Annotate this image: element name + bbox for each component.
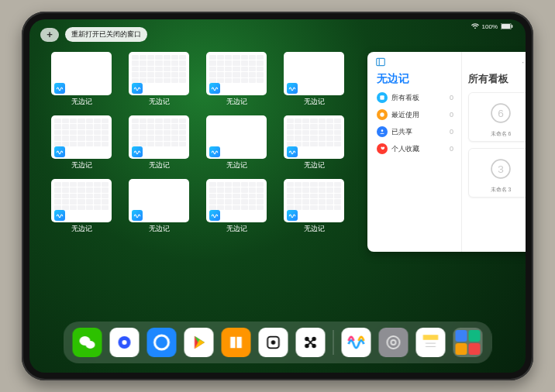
- freeform-app-icon: [209, 210, 220, 221]
- battery-icon: [501, 23, 513, 29]
- window-thumb-1[interactable]: 无边记: [129, 52, 189, 112]
- screen: 100% + 重新打开已关闭的窗口 无边记无边记无边记无边记无边记无边记无边记无…: [29, 19, 526, 373]
- dock: [64, 322, 492, 363]
- dock-qqbrowser-icon[interactable]: [147, 328, 177, 357]
- panel-item-icon: [377, 92, 388, 103]
- panel-more-icon[interactable]: ···: [522, 57, 526, 67]
- window-thumb-5[interactable]: 无边记: [129, 115, 189, 176]
- wifi-icon: [471, 22, 479, 30]
- freeform-app-icon: [132, 146, 143, 157]
- board-thumb-1[interactable]: 3未命名 3: [468, 148, 526, 198]
- svg-point-16: [155, 335, 169, 349]
- panel-item-icon: [377, 143, 388, 154]
- dock-connect-icon[interactable]: [296, 328, 326, 357]
- panel-item-3[interactable]: 个人收藏0: [377, 143, 453, 154]
- panel-item-name: 所有看板: [391, 93, 419, 103]
- panel-item-name: 个人收藏: [391, 144, 419, 154]
- thumb-label: 无边记: [304, 97, 325, 107]
- thumb-label: 无边记: [226, 160, 247, 170]
- window-thumb-11[interactable]: 无边记: [284, 179, 344, 239]
- panel-item-count: 0: [450, 94, 453, 101]
- thumb-label: 无边记: [149, 160, 170, 170]
- dock-recent-settings-icon[interactable]: [379, 328, 408, 357]
- panel-item-count: 0: [450, 111, 453, 119]
- panel-item-name: 已共享: [391, 127, 412, 137]
- window-thumb-6[interactable]: 无边记: [206, 115, 267, 176]
- board-caption: 未命名 3: [472, 186, 526, 194]
- panel-right-title: 所有看板: [468, 72, 526, 86]
- dock-recent-notes-icon[interactable]: [416, 328, 446, 357]
- svg-rect-1: [502, 24, 510, 29]
- panel-title: 无边记: [377, 72, 453, 86]
- dock-wechat-icon[interactable]: [73, 328, 102, 357]
- dock-app-library-icon[interactable]: [453, 328, 483, 357]
- thumb-label: 无边记: [304, 160, 325, 170]
- panel-right: 所有看板 6未命名 63未命名 3: [462, 52, 526, 252]
- freeform-app-icon: [209, 146, 220, 157]
- dock-quark-icon[interactable]: [110, 328, 140, 357]
- freeform-panel[interactable]: ··· 无边记 所有看板0最近使用0已共享0个人收藏0 所有看板 6未命名 63…: [367, 52, 526, 252]
- ipad-frame: 100% + 重新打开已关闭的窗口 无边记无边记无边记无边记无边记无边记无边记无…: [22, 12, 533, 380]
- panel-item-0[interactable]: 所有看板0: [377, 92, 453, 103]
- panel-item-icon: [377, 126, 388, 137]
- reopen-closed-button[interactable]: 重新打开已关闭的窗口: [65, 27, 147, 42]
- content-area: 无边记无边记无边记无边记无边记无边记无边记无边记无边记无边记无边记无边记 ···…: [51, 52, 504, 318]
- svg-point-7: [381, 129, 384, 132]
- thumb-label: 无边记: [304, 224, 325, 234]
- freeform-app-icon: [132, 210, 143, 221]
- freeform-app-icon: [54, 146, 65, 157]
- window-thumb-2[interactable]: 无边记: [206, 52, 267, 112]
- panel-left: 无边记 所有看板0最近使用0已共享0个人收藏0: [367, 52, 462, 252]
- freeform-app-icon: [287, 83, 298, 94]
- window-thumb-3[interactable]: 无边记: [284, 52, 344, 112]
- window-grid: 无边记无边记无边记无边记无边记无边记无边记无边记无边记无边记无边记无边记: [51, 52, 344, 318]
- svg-point-15: [122, 340, 127, 345]
- window-thumb-10[interactable]: 无边记: [206, 179, 267, 239]
- svg-rect-5: [380, 95, 384, 99]
- panel-item-name: 最近使用: [391, 110, 419, 120]
- freeform-app-icon: [209, 83, 220, 94]
- window-thumb-0[interactable]: 无边记: [51, 52, 112, 112]
- dock-play-icon[interactable]: [184, 328, 214, 357]
- freeform-app-icon: [54, 210, 65, 221]
- thumb-label: 无边记: [226, 224, 247, 234]
- svg-text:3: 3: [498, 163, 504, 175]
- battery-percent: 100%: [482, 23, 498, 30]
- new-window-button[interactable]: +: [40, 28, 59, 42]
- panel-item-count: 0: [450, 128, 453, 136]
- svg-point-18: [272, 341, 275, 344]
- freeform-app-icon: [287, 146, 298, 157]
- board-caption: 未命名 6: [472, 130, 526, 138]
- dock-separator: [333, 330, 334, 355]
- thumb-label: 无边记: [71, 160, 92, 170]
- panel-item-1[interactable]: 最近使用0: [377, 109, 453, 120]
- panel-item-count: 0: [450, 145, 453, 153]
- thumb-label: 无边记: [71, 97, 92, 107]
- window-thumb-4[interactable]: 无边记: [51, 115, 112, 176]
- svg-point-24: [391, 340, 396, 345]
- svg-rect-3: [377, 58, 385, 65]
- dock-dice-icon[interactable]: [259, 328, 288, 357]
- board-thumb-0[interactable]: 6未命名 6: [468, 92, 526, 142]
- dock-books-icon[interactable]: [222, 328, 251, 357]
- panel-item-icon: [377, 109, 388, 120]
- panel-top-bar: ···: [375, 57, 526, 67]
- svg-text:6: 6: [498, 108, 504, 119]
- thumb-label: 无边记: [71, 224, 92, 234]
- dock-recent-freeform-icon[interactable]: [342, 328, 371, 357]
- board-sketch: 6: [472, 96, 526, 130]
- svg-point-23: [388, 336, 400, 349]
- svg-rect-2: [512, 25, 512, 28]
- thumb-label: 无边记: [149, 224, 170, 234]
- window-thumb-9[interactable]: 无边记: [129, 179, 189, 239]
- status-bar: 100%: [471, 22, 513, 30]
- thumb-label: 无边记: [149, 97, 170, 107]
- window-thumb-8[interactable]: 无边记: [51, 179, 112, 239]
- freeform-app-icon: [287, 210, 298, 221]
- thumb-label: 无边记: [226, 97, 247, 107]
- panel-sidebar-icon[interactable]: [375, 57, 386, 67]
- freeform-app-icon: [54, 83, 65, 94]
- freeform-app-icon: [132, 83, 143, 94]
- window-thumb-7[interactable]: 无边记: [284, 115, 344, 176]
- panel-item-2[interactable]: 已共享0: [377, 126, 453, 137]
